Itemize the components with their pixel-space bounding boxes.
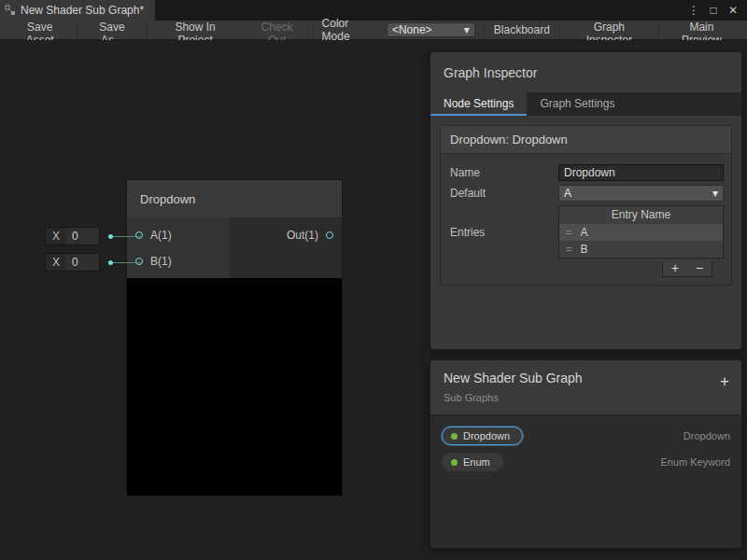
input-a-value-field[interactable]: X 0: [45, 227, 100, 245]
property-pill-dropdown[interactable]: Dropdown: [442, 427, 523, 445]
blackboard-subtitle: Sub Graphs: [444, 392, 728, 403]
node-body: A(1) B(1) Out(1): [127, 217, 342, 278]
default-label: Default: [448, 187, 558, 200]
maximize-icon[interactable]: □: [705, 4, 722, 17]
name-input[interactable]: [558, 164, 724, 181]
add-entry-button[interactable]: +: [663, 260, 687, 276]
entries-list: Entry Name = A = B: [558, 205, 724, 259]
input-port-b[interactable]: B(1): [127, 248, 230, 274]
drag-handle-icon[interactable]: =: [566, 244, 571, 255]
check-out-button: Check Out: [243, 21, 312, 39]
graph-inspector-toggle-button[interactable]: Graph Inspector: [561, 21, 657, 39]
exposed-dot-icon: [451, 433, 458, 440]
blackboard-panel: New Shader Sub Graph Sub Graphs + Dropdo…: [430, 359, 742, 549]
value-field[interactable]: 0: [66, 228, 99, 245]
remove-entry-button[interactable]: −: [687, 260, 712, 276]
input-b-value-field[interactable]: X 0: [45, 253, 100, 272]
blackboard-toggle-button[interactable]: Blackboard: [486, 21, 558, 39]
toolbar-separator: [77, 23, 78, 36]
port-a-icon[interactable]: [135, 231, 143, 239]
property-type-label: Enum Keyword: [660, 456, 730, 468]
toolbar-separator: [313, 23, 314, 36]
axis-label: X: [46, 230, 66, 243]
entries-label: Entries: [448, 226, 558, 239]
inspector-title: Graph Inspector: [430, 52, 741, 92]
toolbar-separator: [147, 23, 148, 36]
graph-inspector-panel: Graph Inspector Node Settings Graph Sett…: [430, 51, 742, 350]
node-input-ports: A(1) B(1): [127, 217, 230, 278]
shader-graph-icon: [5, 5, 16, 16]
default-value: A: [564, 187, 571, 200]
toolbar: Save Asset Save As... Show In Project Ch…: [0, 21, 747, 40]
default-dropdown[interactable]: A ▾: [558, 185, 724, 202]
axis-label: X: [46, 256, 66, 269]
section-title: Dropdown: Dropdown: [440, 125, 732, 154]
node-title[interactable]: Dropdown: [127, 180, 342, 217]
toolbar-separator: [658, 23, 659, 36]
exposed-dot-icon: [451, 459, 458, 466]
tab-title: New Shader Sub Graph*: [21, 4, 144, 17]
document-tab[interactable]: New Shader Sub Graph*: [0, 0, 155, 21]
chevron-down-icon: ▾: [464, 23, 470, 36]
node-output-ports: Out(1): [230, 217, 342, 278]
tab-node-settings[interactable]: Node Settings: [430, 92, 527, 116]
property-pill-enum[interactable]: Enum: [442, 453, 503, 471]
edge-wire: [113, 262, 142, 263]
tab-graph-settings[interactable]: Graph Settings: [527, 92, 627, 116]
inspector-tabs: Node Settings Graph Settings: [430, 92, 741, 116]
blackboard-title: New Shader Sub Graph: [444, 371, 728, 385]
close-icon[interactable]: ✕: [725, 4, 741, 17]
color-mode-dropdown[interactable]: <None> ▾: [387, 22, 475, 37]
kebab-menu-icon[interactable]: ⋮: [685, 4, 702, 17]
entries-list-footer: + −: [662, 260, 712, 277]
input-port-a[interactable]: A(1): [127, 222, 230, 248]
drag-handle-icon[interactable]: =: [566, 227, 571, 238]
entry-row-b[interactable]: = B: [559, 241, 723, 258]
graph-canvas[interactable]: Dropdown A(1) B(1) Out(1): [0, 40, 747, 560]
toolbar-separator: [484, 23, 485, 36]
port-b-icon[interactable]: [135, 258, 143, 265]
name-label: Name: [448, 166, 558, 179]
dropdown-node[interactable]: Dropdown A(1) B(1) Out(1): [126, 179, 343, 497]
chevron-down-icon: ▾: [712, 187, 718, 200]
save-asset-button[interactable]: Save Asset: [4, 21, 76, 39]
value-field[interactable]: 0: [66, 254, 99, 271]
blackboard-row-enum: Enum Enum Keyword: [442, 453, 730, 471]
node-preview: [127, 278, 342, 496]
output-port-out[interactable]: Out(1): [230, 222, 342, 248]
color-mode-label: Color Mode: [315, 17, 387, 43]
save-as-button[interactable]: Save As...: [78, 21, 145, 39]
entry-row-a[interactable]: = A: [559, 224, 723, 241]
node-settings-section: Dropdown: Dropdown Name Default A ▾: [440, 125, 732, 286]
window-controls: ⋮ □ ✕: [685, 0, 747, 21]
port-out-icon[interactable]: [326, 231, 333, 239]
blackboard-body: Dropdown Dropdown Enum Enum Keyword: [430, 415, 741, 490]
blackboard-row-dropdown: Dropdown Dropdown: [442, 427, 730, 445]
color-mode-value: <None>: [392, 23, 432, 36]
toolbar-separator: [559, 23, 560, 36]
blackboard-header: New Shader Sub Graph Sub Graphs +: [430, 360, 741, 415]
show-in-project-button[interactable]: Show In Project: [148, 21, 243, 39]
add-property-button[interactable]: +: [720, 372, 729, 391]
property-type-label: Dropdown: [684, 430, 730, 441]
edge-wire: [113, 236, 142, 237]
main-preview-toggle-button[interactable]: Main Preview: [660, 21, 743, 39]
entries-column-header: Entry Name: [559, 206, 723, 224]
